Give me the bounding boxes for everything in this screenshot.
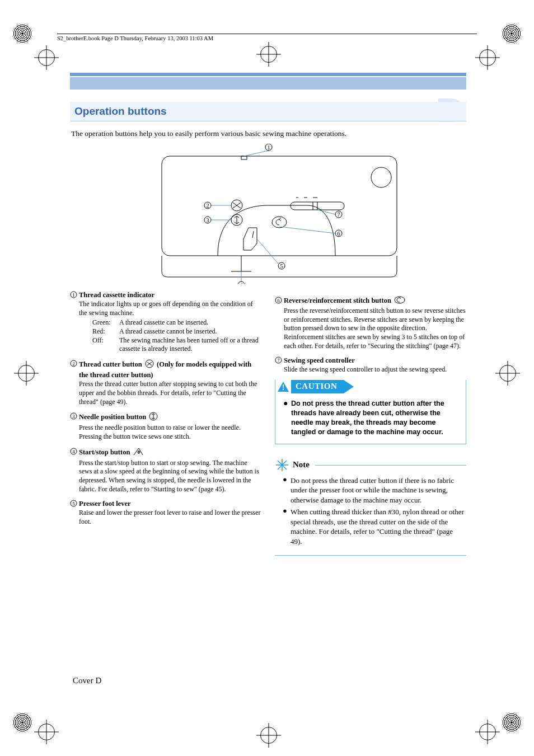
item-1-title: Thread cassette indicator [79,290,261,299]
section-heading: Operation buttons [70,102,466,121]
registration-mark-icon [260,727,277,744]
item-6: 6 Reverse/reinforcement stitch button Pr… [275,296,466,350]
scissors-icon [145,359,154,370]
item-2-desc: Press the thread cutter button after sto… [79,380,261,406]
note-box: Note ● Do not press the thread cutter bu… [275,458,466,556]
item-2-title: Thread cutter button (Only for models eq… [79,359,261,380]
note-item: ● When cutting thread thicker than #30, … [283,507,465,546]
svg-text:4: 4 [240,281,243,284]
svg-text:7: 7 [277,358,280,363]
left-column: 1 Thread cassette indicator The indicato… [70,290,261,556]
svg-text:7: 7 [337,211,340,218]
item-7-title: Sewing speed controller [284,356,466,365]
crop-mark-icon [12,712,32,732]
svg-text:4: 4 [72,449,75,454]
item-4: 4 Start/stop button Press the start/stop… [70,447,261,494]
warning-triangle-icon: ! [275,380,291,393]
item-1: 1 Thread cassette indicator The indicato… [70,290,261,354]
item-4-desc: Press the start/stop button to start or … [79,459,261,494]
item-5-desc: Raise and lower the presser foot lever t… [79,509,261,526]
note-label: Note [293,459,310,471]
bullet-icon: ● [283,507,291,546]
reverse-stitch-icon [394,296,405,306]
crop-mark-icon [502,712,522,732]
registration-mark-icon [38,724,55,740]
svg-rect-6 [241,156,247,159]
item-7-desc: Slide the sewing speed controller to adj… [284,365,466,374]
bullet-icon: ● [283,476,291,505]
item-3-desc: Press the needle position button to rais… [79,424,261,441]
rule-thin [70,73,466,76]
registration-mark-icon [499,365,516,382]
registration-mark-icon [38,49,55,66]
registration-mark-icon [18,365,35,382]
caution-box: ! CAUTION ● Do not press the thread cutt… [275,380,466,444]
svg-rect-0 [162,156,397,256]
registration-mark-icon [479,724,496,740]
item-5: 5 Presser foot lever Raise and lower the… [70,499,261,526]
page-content: Operation buttons The operation buttons … [70,73,466,556]
svg-text:5: 5 [280,262,283,269]
svg-text:1: 1 [72,292,75,298]
item-5-title: Presser foot lever [79,499,261,508]
item-1-desc: The indicator lights up or goes off depe… [79,300,261,317]
page-header-meta: S2_brotherE.book Page D Thursday, Februa… [57,34,477,41]
rule-thick [70,77,466,90]
page-footer: Cover D [73,676,101,685]
svg-line-7 [244,151,269,156]
needle-position-icon [149,412,158,423]
svg-text:3: 3 [206,217,209,223]
svg-text:2: 2 [206,202,209,209]
note-item: ● Do not press the thread cutter button … [283,476,465,505]
item-3: 3 Needle position button Press the needl… [70,412,261,441]
svg-text:3: 3 [72,414,75,419]
item-3-title: Needle position button [79,412,261,423]
svg-text:6: 6 [337,230,340,237]
item-6-desc: Press the reverse/reinforcement stitch b… [284,307,466,350]
svg-line-13 [317,210,335,214]
registration-mark-icon [260,46,277,63]
caution-label: CAUTION [291,380,344,393]
svg-point-1 [371,167,391,187]
bullet-icon: ● [283,399,291,437]
registration-mark-icon [479,49,496,66]
svg-line-12 [279,227,335,233]
caution-text: Do not press the thread cutter button af… [291,399,458,437]
start-stop-icon [133,447,144,458]
svg-text:5: 5 [72,501,75,506]
note-snowflake-icon [275,458,289,472]
right-column: 6 Reverse/reinforcement stitch button Pr… [275,290,466,556]
svg-text:!: ! [282,383,285,392]
machine-diagram: 1 2 3 4 5 6 7 [111,144,425,284]
indicator-table: Green:A thread cassette can be inserted.… [92,318,261,353]
svg-line-11 [257,239,278,264]
item-2: 2 Thread cutter button (Only for models … [70,359,261,406]
intro-text: The operation buttons help you to easily… [71,129,466,138]
svg-point-5 [272,217,287,228]
svg-text:1: 1 [267,144,270,151]
crop-mark-icon [12,24,32,44]
item-6-title: Reverse/reinforcement stitch button [284,296,466,306]
crop-mark-icon [502,24,522,44]
item-7: 7 Sewing speed controller Slide the sewi… [275,356,466,374]
svg-text:2: 2 [72,361,75,367]
item-4-title: Start/stop button [79,447,261,458]
svg-text:6: 6 [277,298,280,303]
note-rule [315,464,466,466]
